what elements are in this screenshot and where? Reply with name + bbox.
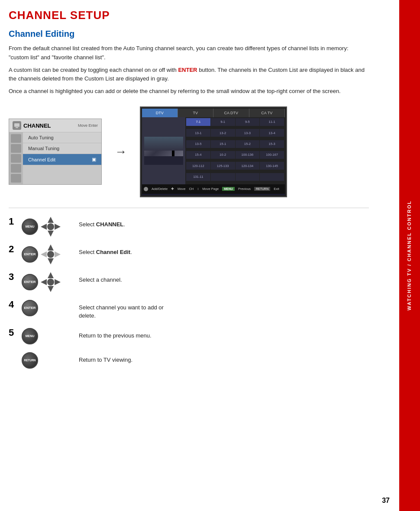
dpad-2-up[interactable]: [48, 244, 54, 251]
grid-cell-15-3: 15-3: [260, 140, 284, 148]
footer-exit-label: Exit: [274, 187, 279, 191]
grid-cell-9-1: 9-1: [211, 118, 235, 126]
dpad-1-center: [47, 223, 54, 230]
step-2-keyword: Channel Edit: [96, 249, 130, 255]
tv-tab-cadtv: CA DTV: [213, 109, 249, 117]
channel-menu-mockup: CHANNEL Move Enter Auto Tuning Manual Tu…: [9, 119, 102, 185]
footer-circle-icon: [144, 187, 148, 191]
channel-menu-header: CHANNEL Move Enter: [9, 119, 101, 132]
dpad-3[interactable]: [41, 272, 61, 292]
channel-menu-body: Auto Tuning Manual Tuning Channel Edit ▣: [9, 132, 101, 184]
tv-tab-catv: CA TV: [249, 109, 285, 117]
grid-cell-15-4: 15-4: [186, 151, 210, 159]
step-return-buttons: RETURN: [22, 352, 74, 369]
menu-button-5[interactable]: MENU: [22, 328, 38, 344]
menu-icon-5: [11, 174, 21, 183]
dpad-3-left[interactable]: [41, 279, 47, 285]
body-text-p1a: From the default channel list created fr…: [9, 45, 349, 61]
step-1-keyword: CHANNEL: [96, 221, 124, 228]
dpad-1-down[interactable]: [48, 231, 54, 237]
body-text-p3: Once a channel is highlighted you can ad…: [9, 88, 341, 94]
page-title: CHANNEL SETUP: [9, 9, 369, 22]
step-5-row: 5 MENU Return to the previous menu.: [9, 328, 369, 344]
svg-rect-1: [16, 127, 18, 128]
body-paragraph-3: Once a channel is highlighted you can ad…: [9, 87, 369, 96]
enter-button-2[interactable]: ENTER: [22, 246, 38, 263]
footer-menu-btn: MENU: [222, 187, 235, 191]
enter-button-4[interactable]: ENTER: [22, 300, 38, 316]
enter-button-3[interactable]: ENTER: [22, 274, 38, 290]
dpad-3-center: [47, 279, 54, 286]
step-4-buttons: ENTER: [22, 300, 74, 316]
menu-icon-3: [11, 154, 21, 163]
step-4-number: 4: [9, 300, 16, 309]
enter-keyword: ENTER: [178, 67, 197, 73]
dpad-1[interactable]: [41, 217, 61, 237]
footer-add-delete-label: Add/Delete: [152, 187, 168, 191]
grid-cell-7-1: 7-1: [186, 118, 210, 126]
tv-content: 7-1 7-1 9-1: [142, 117, 285, 184]
menu-item-channel-edit[interactable]: Channel Edit ▣: [23, 154, 101, 165]
enter-button-2-label: ENTER: [24, 252, 36, 256]
step-return-row: RETURN Return to TV viewing.: [9, 352, 369, 369]
dpad-2[interactable]: [41, 244, 61, 264]
tv-preview-image: [144, 137, 183, 165]
grid-cell-131-11: 131-11: [186, 173, 210, 181]
menu-button-1[interactable]: MENU: [22, 219, 38, 235]
dpad-3-down[interactable]: [48, 286, 54, 292]
diagram-area: CHANNEL Move Enter Auto Tuning Manual Tu…: [9, 106, 369, 197]
dpad-2-down[interactable]: [48, 258, 54, 264]
menu-icon-4: [11, 164, 21, 173]
tv-tab-tv: TV: [178, 109, 214, 117]
tv-tabs: DTV TV CA DTV CA TV: [142, 109, 285, 117]
step-2-buttons: ENTER: [22, 244, 74, 264]
svg-rect-0: [14, 123, 19, 127]
return-button[interactable]: RETURN: [22, 352, 38, 369]
grid-cell-130-145: 130-145: [260, 162, 284, 170]
grid-cell-13-3: 13-3: [236, 129, 260, 137]
dpad-3-up[interactable]: [48, 272, 54, 278]
step-return-text: Return to TV viewing.: [79, 352, 132, 364]
dpad-1-left[interactable]: [41, 224, 47, 230]
step-5-text: Return to the previous menu.: [79, 328, 152, 340]
channel-menu-icon: [13, 121, 21, 130]
channel-menu-title: CHANNEL: [23, 122, 51, 129]
menu-icon-2: [11, 144, 21, 153]
grid-cell-13-1: 13-1: [186, 129, 210, 137]
grid-cell-15-2: 15-2: [236, 140, 260, 148]
step-3-row: 3 ENTER Select a channel.: [9, 272, 369, 292]
footer-move-label: Move: [178, 187, 185, 191]
menu-item-auto-tuning[interactable]: Auto Tuning: [23, 132, 101, 143]
step-5-buttons: MENU: [22, 328, 74, 344]
arrow-right-icon: →: [115, 145, 127, 159]
body-paragraph-2: A custom list can be created by toggling…: [9, 66, 369, 84]
grid-cell-13-4: 13-4: [260, 129, 284, 137]
tv-screen-inner: DTV TV CA DTV CA TV 7-1: [142, 109, 285, 195]
footer-ch-label: CH: [189, 187, 194, 191]
step-2-row: 2 ENTER Select Channel Edit.: [9, 244, 369, 264]
grid-cell-125-133: 125-133: [211, 162, 235, 170]
tv-footer: Add/Delete ✚ Move CH ↕ Move Page MENU Pr…: [142, 184, 285, 194]
grid-cell-empty-2: [236, 173, 260, 181]
grid-cell-13-2: 13-2: [211, 129, 235, 137]
tv-screen-mockup: DTV TV CA DTV CA TV 7-1: [140, 106, 287, 197]
dpad-3-right[interactable]: [55, 279, 61, 285]
footer-move-page-label: Move Page: [202, 187, 219, 191]
menu-icon-1: [11, 134, 21, 143]
tv-channel-grid: 7-1 9-1 9-5 11-1 13-1 13-2 13-3 13-4 13-…: [185, 117, 285, 184]
step-3-buttons: ENTER: [22, 272, 74, 292]
step-2-text: Select Channel Edit.: [79, 244, 132, 257]
step-4-row: 4 ENTER Select channel you want to add o…: [9, 300, 369, 320]
menu-icons-col: [9, 132, 23, 184]
grid-cell-100-136: 100-136: [236, 151, 260, 159]
menu-item-manual-tuning[interactable]: Manual Tuning: [23, 143, 101, 154]
step-3-number: 3: [9, 272, 16, 282]
grid-cell-10-2: 10-2: [211, 151, 235, 159]
grid-cell-120-134: 120-134: [236, 162, 260, 170]
step-1-row: 1 MENU Select CHANNEL.: [9, 217, 369, 237]
grid-cell-15-1: 15-1: [211, 140, 235, 148]
section-title: Channel Editing: [9, 29, 369, 39]
footer-previous-label: Previous: [238, 187, 251, 191]
dpad-1-up[interactable]: [48, 217, 54, 223]
dpad-1-right[interactable]: [55, 224, 61, 230]
